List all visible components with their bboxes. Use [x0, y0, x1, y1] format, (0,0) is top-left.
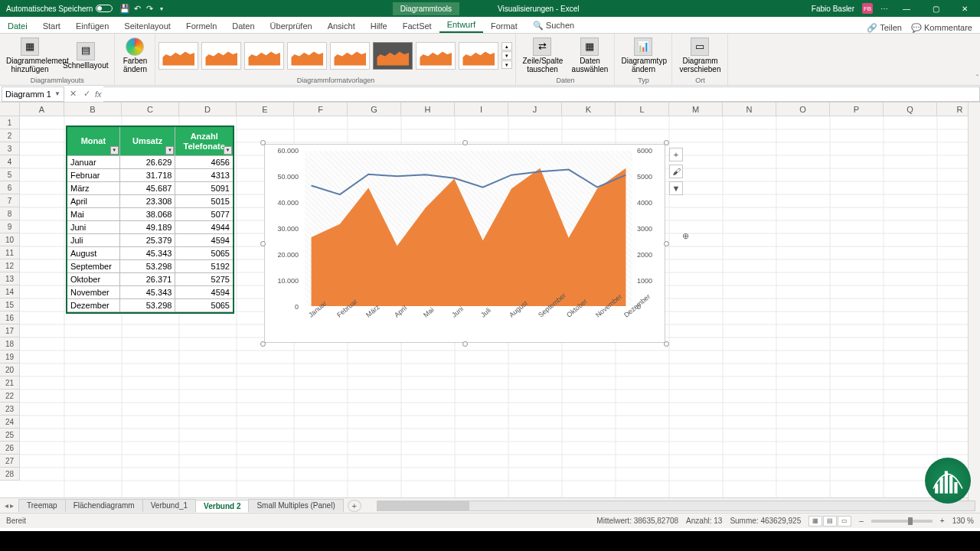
chart-filters-button[interactable]: ▼ — [669, 181, 683, 195]
quick-layout-button[interactable]: ▤ Schnelllayout — [60, 41, 111, 71]
col-header-K[interactable]: K — [562, 103, 616, 116]
tab-file[interactable]: Datei — [0, 19, 35, 33]
ribbon-options-icon[interactable]: ⋯ — [880, 5, 888, 13]
name-box[interactable]: Diagramm 1▼ — [2, 86, 64, 102]
row-header-12[interactable]: 12 — [0, 259, 20, 272]
zoom-in-button[interactable]: + — [940, 517, 945, 525]
row-header-25[interactable]: 25 — [0, 429, 20, 442]
col-header-G[interactable]: G — [348, 103, 401, 116]
chart-style-4[interactable] — [287, 42, 327, 70]
gallery-up[interactable]: ▴ — [501, 42, 512, 51]
filter-button-umsatz[interactable]: ▼ — [165, 146, 174, 155]
col-header-H[interactable]: H — [401, 103, 455, 116]
sheet-tab-treemap[interactable]: Treemap — [18, 499, 66, 512]
zoom-level[interactable]: 130 % — [952, 517, 974, 525]
tab-factset[interactable]: FactSet — [395, 19, 439, 33]
row-header-23[interactable]: 23 — [0, 403, 20, 416]
row-header-28[interactable]: 28 — [0, 468, 20, 481]
col-header-C[interactable]: C — [122, 103, 179, 116]
col-header-E[interactable]: E — [237, 103, 294, 116]
row-header-17[interactable]: 17 — [0, 324, 20, 337]
view-page-layout-button[interactable]: ▤ — [823, 516, 837, 527]
table-row[interactable]: Januar26.6294656 — [67, 156, 233, 169]
col-header-N[interactable]: N — [723, 103, 776, 116]
zoom-slider[interactable] — [871, 520, 933, 523]
row-header-10[interactable]: 10 — [0, 233, 20, 246]
chevron-down-icon[interactable]: ▼ — [54, 90, 60, 97]
row-header-1[interactable]: 1 — [0, 116, 20, 129]
undo-icon[interactable]: ↶ — [131, 2, 143, 15]
row-header-22[interactable]: 22 — [0, 390, 20, 403]
col-header-F[interactable]: F — [294, 103, 348, 116]
table-row[interactable]: September53.2985192 — [67, 260, 233, 273]
table-row[interactable]: Februar31.7184313 — [67, 169, 233, 182]
tab-einfügen[interactable]: Einfügen — [68, 19, 116, 33]
chart-styles-button[interactable]: 🖌 — [669, 165, 683, 178]
col-header-L[interactable]: L — [616, 103, 669, 116]
row-header-15[interactable]: 15 — [0, 298, 20, 311]
collapse-ribbon-icon[interactable]: ˇ — [976, 73, 978, 81]
save-icon[interactable]: 💾 — [119, 2, 131, 15]
redo-icon[interactable]: ↷ — [143, 2, 155, 15]
tab-daten[interactable]: Daten — [224, 19, 262, 33]
col-header-A[interactable]: A — [20, 103, 64, 116]
row-header-6[interactable]: 6 — [0, 181, 20, 194]
row-header-21[interactable]: 21 — [0, 377, 20, 390]
minimize-button[interactable]: — — [896, 0, 917, 17]
view-normal-button[interactable]: ▦ — [808, 516, 822, 527]
table-row[interactable]: Juli25.3794594 — [67, 234, 233, 247]
chart-style-1[interactable] — [158, 42, 198, 70]
add-sheet-button[interactable]: + — [348, 500, 361, 512]
cancel-formula-icon[interactable]: ✕ — [66, 89, 80, 99]
col-header-J[interactable]: J — [508, 103, 562, 116]
row-header-5[interactable]: 5 — [0, 168, 20, 181]
table-row[interactable]: Mai38.0685077 — [67, 208, 233, 221]
chart-style-2[interactable] — [201, 42, 241, 70]
fx-icon[interactable]: fx — [93, 90, 103, 99]
tab-hilfe[interactable]: Hilfe — [363, 19, 395, 33]
row-header-19[interactable]: 19 — [0, 350, 20, 364]
table-row[interactable]: November45.3434594 — [67, 286, 233, 299]
data-table[interactable]: Monat▼ Umsatz▼ Anzahl Telefonate▼ Januar… — [66, 126, 234, 314]
row-header-18[interactable]: 18 — [0, 337, 20, 350]
tab-ansicht[interactable]: Ansicht — [320, 19, 363, 33]
row-header-16[interactable]: 16 — [0, 311, 20, 324]
enter-formula-icon[interactable]: ✓ — [80, 89, 93, 99]
tab-entwurf[interactable]: Entwurf — [439, 18, 483, 33]
switch-row-column-button[interactable]: ⇄ Zeile/Spalte tauschen — [519, 36, 565, 75]
autosave-toggle[interactable] — [96, 5, 113, 12]
sheet-tab-verbund_1[interactable]: Verbund_1 — [142, 499, 196, 512]
change-colors-button[interactable]: Farben ändern — [118, 36, 152, 75]
comments-button[interactable]: 💬 Kommentare — [911, 23, 972, 33]
row-header-20[interactable]: 20 — [0, 364, 20, 377]
tab-start[interactable]: Start — [35, 19, 68, 33]
view-page-break-button[interactable]: ▭ — [838, 516, 851, 527]
row-header-8[interactable]: 8 — [0, 207, 20, 220]
chart-object[interactable]: 010.00020.00030.00040.00050.00060.000 01… — [264, 144, 665, 343]
chart-style-6[interactable] — [373, 42, 413, 70]
row-header-26[interactable]: 26 — [0, 442, 20, 455]
gallery-more[interactable]: ▾ — [501, 60, 512, 69]
horizontal-scrollbar[interactable] — [377, 500, 975, 511]
row-header-14[interactable]: 14 — [0, 285, 20, 298]
table-row[interactable]: Dezember53.2985065 — [67, 299, 233, 312]
col-header-M[interactable]: M — [669, 103, 723, 116]
row-header-3[interactable]: 3 — [0, 142, 20, 155]
sheet-tab-verbund-2[interactable]: Verbund 2 — [195, 500, 249, 513]
table-row[interactable]: Oktober26.3715275 — [67, 273, 233, 286]
search-tab[interactable]: 🔍 Suchen — [525, 18, 582, 33]
change-chart-type-button[interactable]: 📊 Diagrammtyp ändern — [618, 36, 668, 75]
chart-style-5[interactable] — [330, 42, 370, 70]
tab-seitenlayout[interactable]: Seitenlayout — [116, 19, 178, 33]
row-header-27[interactable]: 27 — [0, 455, 20, 468]
tab-überprüfen[interactable]: Überprüfen — [263, 19, 320, 33]
worksheet-grid[interactable]: ABCDEFGHIJKLMNOPQR 123456789101112131415… — [0, 103, 980, 497]
row-header-11[interactable]: 11 — [0, 246, 20, 259]
sheet-nav-prev[interactable]: ▸ — [10, 501, 14, 510]
move-chart-button[interactable]: ▭ Diagramm verschieben — [675, 36, 724, 75]
select-data-button[interactable]: ▦ Daten auswählen — [568, 36, 611, 75]
close-button[interactable]: ✕ — [954, 0, 975, 17]
table-row[interactable]: März45.6875091 — [67, 182, 233, 195]
chart-style-8[interactable] — [459, 42, 498, 70]
col-header-Q[interactable]: Q — [884, 103, 937, 116]
